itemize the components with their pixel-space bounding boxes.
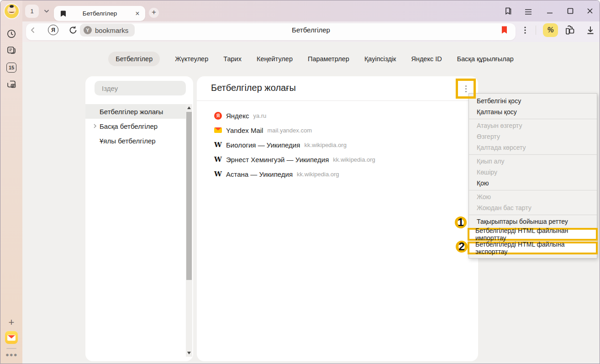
yandex-favicon: Я xyxy=(214,112,222,120)
tab-yandex-id[interactable]: Яндекс ID xyxy=(411,52,442,66)
history-icon[interactable] xyxy=(6,29,16,39)
tab-other-devices[interactable]: Басқа құрылғылар xyxy=(457,52,514,66)
bookmark-list: Я Яндекс ya.ru Yandex Mail mail.yandex.c… xyxy=(197,108,478,181)
folder-mobile-bookmarks[interactable]: Ұялы бетбелгілер xyxy=(85,133,186,148)
window-minimize-button[interactable] xyxy=(545,6,554,16)
folder-label: Ұялы бетбелгілер xyxy=(100,137,156,145)
annotation-kebab-highlight xyxy=(456,79,476,99)
collections-icon[interactable] xyxy=(564,24,576,36)
search-box xyxy=(95,81,186,95)
menu-add-folder[interactable]: Қалтаны қосу xyxy=(469,106,597,117)
chevron-down-icon[interactable] xyxy=(42,7,51,15)
menu-paste[interactable]: Қою xyxy=(469,178,597,189)
panel-divider xyxy=(197,100,478,101)
bookmark-title: Yandex Mail xyxy=(226,127,263,134)
bookmark-row[interactable]: Yandex Mail mail.yandex.com xyxy=(197,123,478,137)
calendar-icon[interactable]: 15 xyxy=(6,63,16,73)
discounts-percent-icon[interactable]: % xyxy=(543,23,558,37)
tab-downloads[interactable]: Жүктеулер xyxy=(175,52,208,66)
panel-heading: Бетбелгілер жолағы xyxy=(211,83,296,93)
tab-bookmarks[interactable]: Бетбелгілер xyxy=(108,52,160,66)
folders-panel: Бетбелгілер жолағы Басқа бетбелгілер Ұял… xyxy=(85,76,193,361)
new-tab-button[interactable]: + xyxy=(149,8,159,18)
browser-tab[interactable]: Бетбелгілер × xyxy=(54,6,145,21)
menu-separator xyxy=(469,119,597,119)
menu-undo-delete: Жоюдан бас тарту xyxy=(469,202,597,213)
titlebar: 1 Бетбелгілер × + xyxy=(22,0,600,21)
folders-scrollbar[interactable] xyxy=(186,104,192,357)
sidebar-divider xyxy=(6,348,16,349)
annotation-step-1: 1 xyxy=(455,216,467,228)
tab-settings[interactable]: Параметрлер xyxy=(308,52,349,66)
menu-sort-by-title[interactable]: Тақырыптары бойынша реттеу xyxy=(469,216,597,227)
chevron-right-icon[interactable] xyxy=(92,123,98,129)
downloads-icon[interactable] xyxy=(585,25,596,36)
page-title: Бетбелгілер xyxy=(22,26,600,34)
folder-other-bookmarks[interactable]: Басқа бетбелгілер xyxy=(85,119,186,133)
menu-hamburger-icon[interactable] xyxy=(524,7,533,16)
menu-separator xyxy=(469,154,597,155)
bookmark-url: kk.wikipedia.org xyxy=(333,156,375,163)
menu-separator xyxy=(469,215,597,215)
bookmark-row[interactable]: W Эрнест Хемингуэй — Уикипедия kk.wikipe… xyxy=(197,152,478,167)
tab-extensions[interactable]: Кеңейтулер xyxy=(257,52,293,66)
menu-export-html[interactable]: Бетбелгілерді HTML файлына экспорттау xyxy=(469,243,596,253)
bookmark-title: Биология — Уикипедия xyxy=(226,141,300,149)
folder-tree: Бетбелгілер жолағы Басқа бетбелгілер Ұял… xyxy=(85,104,186,148)
bookmark-row[interactable]: W Астана — Уикипедия kk.wikipedia.org xyxy=(197,167,478,181)
bookmark-url: kk.wikipedia.org xyxy=(304,142,347,148)
yandex-mail-app-icon[interactable] xyxy=(5,331,18,344)
bookmark-row[interactable]: W Биология — Уикипедия kk.wikipedia.org xyxy=(197,137,478,152)
add-panel-icon[interactable]: + xyxy=(6,317,17,328)
bookmark-url: ya.ru xyxy=(253,112,266,119)
annotation-step-2: 2 xyxy=(456,241,468,253)
screenshot-camera-icon[interactable] xyxy=(6,79,16,89)
bookmarks-context-menu: Бетбелгіні қосу Қалтаны қосу Атауын өзге… xyxy=(468,93,597,258)
toolbar-kebab-icon[interactable] xyxy=(521,26,529,35)
toolbar-separator xyxy=(536,26,536,35)
yandex-mail-favicon xyxy=(214,127,222,134)
menu-rename: Атауын өзгерту xyxy=(469,120,597,131)
browser-window: 15 + ●●● 1 Бетбелгілер × xyxy=(0,0,600,364)
bookmark-url: mail.yandex.com xyxy=(267,127,312,134)
folder-label: Бетбелгілер жолағы xyxy=(100,108,163,116)
bookmarks-manager-page: Бетбелгілер Жүктеулер Тарих Кеңейтулер П… xyxy=(22,42,600,364)
tab-history[interactable]: Тарих xyxy=(223,52,242,66)
menu-edit: Өзгерту xyxy=(469,131,597,142)
tab-group-badge[interactable]: 1 xyxy=(25,5,39,18)
profile-avatar[interactable] xyxy=(5,4,19,18)
notes-icon[interactable] xyxy=(6,45,16,55)
bookmark-tab-icon xyxy=(60,10,67,17)
window-maximize-button[interactable] xyxy=(566,6,575,16)
highlight-box-export: Бетбелгілерді HTML файлына экспорттау xyxy=(468,242,598,254)
toolbar: Я Y bookmarks Бетбелгілер % xyxy=(22,21,600,42)
wikipedia-favicon: W xyxy=(214,141,222,149)
scroll-down-icon[interactable] xyxy=(187,352,191,354)
search-input[interactable] xyxy=(95,81,186,95)
menu-separator xyxy=(469,190,597,190)
menu-delete: Жою xyxy=(469,191,597,202)
wikipedia-favicon: W xyxy=(214,156,222,164)
bookmarks-panel-icon[interactable] xyxy=(503,6,512,16)
menu-add-bookmark[interactable]: Бетбелгіні қосу xyxy=(469,95,597,106)
scrollbar-thumb[interactable] xyxy=(186,112,192,280)
window-close-button[interactable] xyxy=(585,6,595,16)
folder-label: Басқа бетбелгілер xyxy=(100,122,158,130)
bookmark-row[interactable]: Я Яндекс ya.ru xyxy=(197,108,478,123)
bookmark-url: kk.wikipedia.org xyxy=(297,171,339,178)
calendar-day: 15 xyxy=(9,65,14,70)
tab-security[interactable]: Қауіпсіздік xyxy=(364,52,396,66)
menu-copy: Көшіру xyxy=(469,167,597,178)
tab-title: Бетбелгілер xyxy=(67,10,132,17)
tab-close-icon[interactable]: × xyxy=(132,9,142,19)
bookmark-added-icon[interactable] xyxy=(500,26,509,34)
bookmarks-panel: Бетбелгілер жолағы Я Яндекс ya.ru Yandex… xyxy=(197,76,478,361)
menu-cut: Қиып алу xyxy=(469,156,597,167)
scroll-up-icon[interactable] xyxy=(187,106,191,109)
menu-import-html[interactable]: Бетбелгілерді HTML файлынан импорттау xyxy=(469,230,596,239)
bookmark-title: Эрнест Хемингуэй — Уикипедия xyxy=(226,156,329,164)
folder-bookmarks-bar[interactable]: Бетбелгілер жолағы xyxy=(85,104,186,119)
sidebar-more-icon[interactable]: ●●● xyxy=(5,351,18,358)
menu-show-in-folder: Қалтада көрсету xyxy=(469,142,597,153)
bookmark-title: Яндекс xyxy=(226,112,249,120)
